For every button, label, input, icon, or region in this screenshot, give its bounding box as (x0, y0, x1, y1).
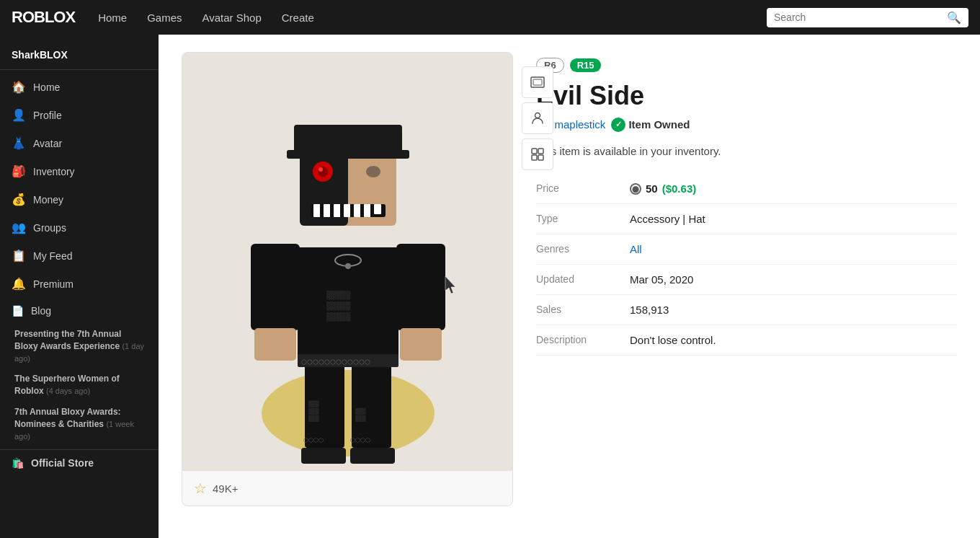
item-title: Evil Side (536, 81, 957, 110)
sidebar-label-myfeed: My Feed (33, 250, 72, 262)
sidebar-label-blog: Blog (31, 305, 51, 317)
sidebar-label-inventory: Inventory (33, 166, 75, 177)
sidebar-item-myfeed[interactable]: 📋 My Feed (0, 242, 159, 270)
svg-rect-38 (334, 204, 341, 217)
svg-rect-8 (251, 244, 300, 330)
sidebar-item-official-store[interactable]: 🛍️ Official Store (0, 449, 159, 476)
sidebar-item-groups[interactable]: 👥 Groups (0, 213, 159, 242)
svg-rect-23 (301, 448, 346, 464)
blog-post-2[interactable]: The Superhero Women of Roblox (4 days ag… (9, 369, 150, 402)
description-label: Description (536, 325, 630, 356)
svg-rect-51 (533, 79, 542, 85)
money-icon: 💰 (12, 193, 26, 206)
sidebar-label-money: Money (33, 194, 63, 206)
sidebar-label-store: Official Store (31, 457, 94, 469)
item-image-container: ▓▓▓▓▓ ▓▓▓▓▓ ▓▓▓▓▓ (182, 52, 513, 506)
svg-rect-41 (364, 204, 371, 217)
svg-text:⬡⬡⬡⬡: ⬡⬡⬡⬡ (303, 437, 324, 444)
sidebar-item-inventory[interactable]: 🎒 Inventory (0, 157, 159, 185)
nav-games[interactable]: Games (147, 12, 182, 24)
owned-check-icon: ✓ (611, 118, 625, 132)
svg-rect-53 (532, 149, 537, 154)
svg-rect-56 (538, 155, 543, 160)
svg-rect-40 (354, 204, 361, 217)
profile-icon: 👤 (12, 108, 26, 122)
item-details-table: Price ⬤ 50 ($0.63) Type Acce (536, 174, 957, 356)
svg-text:▓▓▓: ▓▓▓ (308, 415, 319, 422)
updated-row: Updated Mar 05, 2020 (536, 265, 957, 295)
blog-post-1-title: Presenting the 7th Annual Bloxy Awards E… (14, 329, 121, 351)
svg-point-7 (345, 263, 351, 269)
blog-post-2-time: (4 days ago) (46, 387, 90, 395)
premium-icon: 🔔 (12, 277, 26, 291)
owned-label: Item Owned (628, 118, 690, 131)
favorite-star-icon[interactable]: ☆ (194, 480, 207, 497)
svg-text:▓▓▓▓▓: ▓▓▓▓▓ (326, 290, 350, 300)
badge-r15: R15 (570, 58, 602, 72)
blog-post-1[interactable]: Presenting the 7th Annual Bloxy Awards E… (9, 324, 150, 369)
svg-rect-24 (350, 448, 395, 464)
sidebar-item-home[interactable]: 🏠 Home (0, 73, 159, 101)
favorites-count: 49K+ (213, 482, 238, 495)
genres-value: All (630, 234, 957, 265)
svg-rect-55 (532, 155, 537, 160)
svg-rect-13 (352, 361, 391, 448)
updated-label: Updated (536, 265, 630, 295)
svg-rect-42 (374, 204, 381, 214)
wear-avatar-button[interactable] (522, 102, 553, 134)
svg-rect-39 (344, 204, 351, 217)
sidebar-item-profile[interactable]: 👤 Profile (0, 101, 159, 129)
svg-text:▓▓▓: ▓▓▓ (355, 415, 366, 422)
genres-label: Genres (536, 234, 630, 265)
inventory-icon: 🎒 (12, 164, 26, 178)
item-badges: R6 R15 (536, 58, 957, 73)
svg-point-34 (366, 166, 380, 177)
view-3d-button[interactable] (522, 66, 553, 98)
description-row: Description Don't lose control. (536, 325, 957, 356)
svg-rect-10 (254, 328, 296, 361)
sales-label: Sales (536, 295, 630, 325)
svg-text:⬡⬡⬡⬡⬡⬡⬡⬡⬡⬡⬡⬡: ⬡⬡⬡⬡⬡⬡⬡⬡⬡⬡⬡⬡ (301, 358, 370, 366)
explorer-button[interactable] (522, 138, 553, 170)
top-navigation: ROBLOX Home Games Avatar Shop Create 🔍 (0, 0, 980, 35)
robux-icon: ⬤ (630, 183, 641, 195)
roblox-logo[interactable]: ROBLOX (12, 8, 75, 27)
side-action-buttons (522, 66, 553, 170)
svg-text:⬡⬡⬡⬡: ⬡⬡⬡⬡ (350, 437, 370, 444)
sidebar-item-premium[interactable]: 🔔 Premium (0, 270, 159, 298)
svg-rect-54 (538, 149, 543, 154)
sidebar: SharkBLOX 🏠 Home 👤 Profile 👗 Avatar 🎒 In… (0, 35, 159, 538)
search-button[interactable]: 🔍 (947, 11, 961, 25)
type-value: Accessory | Hat (630, 204, 957, 234)
creator-link[interactable]: maplestick (555, 118, 606, 131)
nav-avatar-shop[interactable]: Avatar Shop (202, 12, 262, 24)
page-layout: SharkBLOX 🏠 Home 👤 Profile 👗 Avatar 🎒 In… (0, 35, 980, 538)
sidebar-item-avatar[interactable]: 👗 Avatar (0, 129, 159, 157)
description-value: Don't lose control. (630, 325, 957, 356)
myfeed-icon: 📋 (12, 249, 26, 263)
svg-text:▓▓▓: ▓▓▓ (308, 407, 319, 415)
item-page: ▓▓▓▓▓ ▓▓▓▓▓ ▓▓▓▓▓ (159, 35, 980, 524)
svg-rect-9 (396, 244, 445, 330)
sidebar-label-groups: Groups (33, 222, 66, 234)
item-image-section: ▓▓▓▓▓ ▓▓▓▓▓ ▓▓▓▓▓ (182, 52, 513, 506)
sidebar-username: SharkBLOX (0, 43, 159, 70)
genre-link[interactable]: All (630, 243, 642, 255)
genres-row: Genres All (536, 234, 957, 265)
main-content: ▓▓▓▓▓ ▓▓▓▓▓ ▓▓▓▓▓ (159, 35, 980, 538)
view-3d-icon (530, 74, 545, 90)
item-image: ▓▓▓▓▓ ▓▓▓▓▓ ▓▓▓▓▓ (182, 53, 513, 471)
svg-text:▓▓▓▓▓: ▓▓▓▓▓ (326, 312, 350, 322)
avatar-icon: 👗 (12, 136, 26, 150)
type-label: Type (536, 204, 630, 234)
sidebar-item-money[interactable]: 💰 Money (0, 185, 159, 213)
nav-create[interactable]: Create (282, 12, 314, 24)
nav-home[interactable]: Home (98, 12, 127, 24)
item-owned-message: This item is available in your inventory… (536, 144, 957, 160)
blog-post-3[interactable]: 7th Annual Bloxy Awards: Nominees & Char… (9, 402, 150, 446)
search-input[interactable] (774, 12, 941, 23)
svg-rect-11 (400, 328, 442, 361)
sidebar-item-blog[interactable]: 📄 Blog (0, 298, 159, 324)
type-row: Type Accessory | Hat (536, 204, 957, 234)
blog-posts-list: Presenting the 7th Annual Bloxy Awards E… (0, 324, 159, 446)
